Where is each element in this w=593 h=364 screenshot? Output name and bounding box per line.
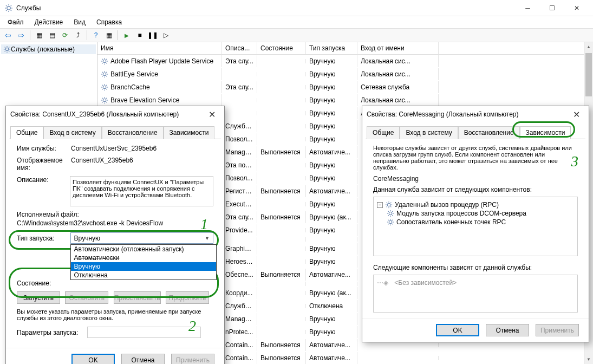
dialog-title: Свойства: CoreMessaging (Локальный компь… [367, 110, 519, 118]
gear-icon [101, 83, 108, 91]
label-display-name: Отображаемое имя: [17, 157, 71, 172]
startup-select[interactable]: Вручную ▼ Автоматически (отложенный запу… [70, 232, 213, 244]
dep-item[interactable]: Сопоставитель конечных точек RPC [396, 218, 506, 226]
start-button[interactable]: Запустить [17, 291, 60, 304]
service-row[interactable]: Brave Elevation ServiceВручнуюЛокальная … [97, 94, 593, 107]
tab-recovery[interactable]: Восстановление [458, 126, 520, 139]
stop-button: Остановить [65, 291, 108, 304]
startup-dropdown: Автоматически (отложенный запуск) Автома… [70, 244, 217, 280]
menu-action[interactable]: Действие [30, 17, 68, 27]
apply-button: Применить [536, 324, 579, 336]
toolbar: ⇦ ⇨ ▦ ▤ ⟳ ⤴ ? ▦ ▶ ■ ❚❚ ▷ [0, 28, 593, 42]
option-auto-delayed[interactable]: Автоматически (отложенный запуск) [71, 245, 216, 253]
dialog-title: Свойства: ConsentUX_2395eb6 (Локальный к… [10, 110, 179, 118]
value-display-name: ConsentUX_2395eb6 [71, 157, 213, 164]
titlebar: Службы ─ ☐ ✕ [0, 0, 593, 16]
properties-dialog-2: Свойства: CoreMessaging (Локальный компь… [362, 106, 589, 342]
collapse-icon[interactable]: − [377, 202, 383, 208]
gear-icon [3, 46, 11, 53]
tab-logon[interactable]: Вход в систему [400, 126, 458, 139]
toolbar-icon[interactable]: ▦ [33, 29, 45, 41]
toolbar-icon[interactable]: ▦ [103, 29, 115, 41]
deps-service-name: CoreMessaging [373, 175, 578, 183]
tab-general[interactable]: Общие [367, 126, 400, 139]
tab-general[interactable]: Общие [10, 126, 43, 139]
close-button[interactable]: ✕ [564, 0, 589, 16]
option-manual[interactable]: Вручную [71, 262, 216, 271]
dep-item[interactable]: Удаленный вызов процедур (RPC) [395, 201, 499, 209]
label-params: Параметры запуска: [17, 329, 87, 336]
dependents-label: Следующие компоненты зависят от данной с… [373, 264, 578, 271]
params-input[interactable] [87, 327, 201, 338]
scroll-down-icon[interactable]: ▼ [584, 355, 593, 364]
service-row[interactable]: Adobe Flash Player Update ServiceЭта слу… [97, 55, 593, 68]
col-desc[interactable]: Описа... [222, 42, 257, 54]
label-service-name: Имя службы: [17, 145, 71, 152]
value-service-name: ConsentUxUserSvc_2395eb6 [71, 145, 213, 152]
resume-button: Продолжить [166, 291, 209, 304]
cancel-button[interactable]: Отмена [486, 324, 529, 336]
tab-logon[interactable]: Вход в систему [43, 126, 101, 139]
stop-button[interactable]: ■ [134, 29, 146, 41]
dependents-tree[interactable]: ⋯◈ <Без зависимостей> [373, 275, 578, 313]
forward-button[interactable]: ⇨ [15, 29, 27, 41]
tab-dependencies[interactable]: Зависимости [520, 126, 571, 139]
export-button[interactable]: ⤴ [72, 29, 84, 41]
minimize-button[interactable]: ─ [516, 0, 540, 16]
tab-dependencies[interactable]: Зависимости [164, 126, 215, 139]
sidebar-item-local-services[interactable]: Службы (локальные) [1, 44, 96, 54]
label-exe: Исполняемый файл: [17, 211, 213, 218]
back-button[interactable]: ⇦ [2, 29, 14, 41]
dep-item[interactable]: Модуль запуска процессов DCOM-сервера [396, 210, 526, 217]
menu-file[interactable]: Файл [3, 17, 28, 27]
gear-icon [387, 218, 394, 226]
ok-button[interactable]: OK [71, 354, 115, 364]
col-name[interactable]: Имя [97, 42, 222, 54]
list-header: Имя Описа... Состояние Тип запуска Вход … [97, 42, 593, 55]
scroll-thumb[interactable] [585, 53, 592, 96]
help-button[interactable]: ? [90, 29, 102, 41]
dialog-titlebar[interactable]: Свойства: CoreMessaging (Локальный компь… [362, 106, 589, 122]
tab-recovery[interactable]: Восстановление [102, 126, 164, 139]
gear-icon [101, 57, 108, 65]
service-row[interactable]: BattlEye ServiceВручнуюЛокальная сис... [97, 68, 593, 81]
description-box[interactable]: Позволяет функциям ConnectUX и "Параметр… [70, 176, 213, 206]
dialog-titlebar[interactable]: Свойства: ConsentUX_2395eb6 (Локальный к… [6, 106, 224, 122]
col-logon[interactable]: Вход от имени [357, 42, 439, 54]
menu-help[interactable]: Справка [92, 17, 126, 27]
value-exe: C:\Windows\system32\svchost.exe -k Devic… [17, 219, 213, 227]
play-button[interactable]: ▶ [121, 29, 133, 41]
sidebar-label: Службы (локальные) [11, 46, 75, 53]
depends-on-tree[interactable]: −Удаленный вызов процедур (RPC) Модуль з… [373, 197, 578, 256]
state-hint: Вы можете указать параметры запуска, при… [17, 308, 213, 321]
dialog-close-icon[interactable]: ✕ [204, 109, 220, 120]
restart-button[interactable]: ▷ [160, 29, 172, 41]
menu-view[interactable]: Вид [69, 17, 90, 27]
pause-button: Приостановить [114, 291, 161, 304]
maximize-button[interactable]: ☐ [540, 0, 564, 16]
ok-button[interactable]: OK [436, 324, 479, 336]
label-startup: Тип запуска: [17, 235, 70, 242]
window-title: Службы [16, 4, 516, 12]
toolbar-icon[interactable]: ▤ [46, 29, 58, 41]
depends-on-label: Данная служба зависит от следующих компо… [373, 186, 578, 193]
no-deps-text: <Без зависимостей> [394, 279, 457, 287]
option-auto[interactable]: Автоматически [71, 253, 216, 262]
properties-dialog-1: Свойства: ConsentUX_2395eb6 (Локальный к… [5, 106, 225, 364]
option-disabled[interactable]: Отключена [71, 271, 216, 280]
gear-icon [387, 210, 394, 217]
col-state[interactable]: Состояние [257, 42, 306, 54]
label-description: Описание: [17, 176, 70, 184]
chevron-down-icon: ▼ [205, 236, 210, 241]
gear-icon [101, 96, 108, 104]
col-type[interactable]: Тип запуска [306, 42, 357, 54]
pause-button[interactable]: ❚❚ [147, 29, 159, 41]
dialog-close-icon[interactable]: ✕ [568, 109, 584, 120]
scroll-up-icon[interactable]: ▲ [584, 42, 593, 51]
refresh-button[interactable]: ⟳ [59, 29, 71, 41]
gear-icon [385, 201, 393, 209]
cancel-button[interactable]: Отмена [121, 354, 165, 364]
service-row[interactable]: BranchCacheЭта слу...ВручнуюСетевая служ… [97, 81, 593, 94]
startup-selected: Вручную [74, 235, 100, 242]
gear-icon [101, 70, 108, 78]
